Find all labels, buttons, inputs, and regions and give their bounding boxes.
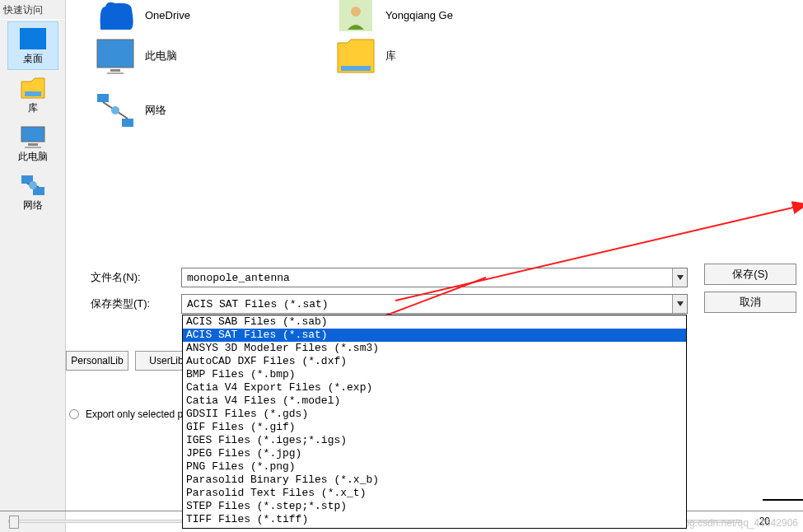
thispc-icon xyxy=(20,125,46,148)
sidebar-item-desktop[interactable]: 桌面 xyxy=(7,21,58,70)
filetype-dropdown-button[interactable] xyxy=(672,295,687,313)
filetype-option[interactable]: ACIS SAT Files (*.sat) xyxy=(183,329,686,342)
filetype-value: ACIS SAT Files (*.sat) xyxy=(182,298,672,310)
filetype-combo[interactable]: ACIS SAT Files (*.sat) ACIS SAB Files (*… xyxy=(181,294,688,314)
filetype-option[interactable]: IGES Files (*.iges;*.igs) xyxy=(183,434,686,447)
sidebar-item-network[interactable]: 网络 xyxy=(7,169,58,216)
thispc-big-icon xyxy=(94,36,137,76)
filetype-option[interactable]: JPEG Files (*.jpg) xyxy=(183,447,686,460)
chevron-down-icon xyxy=(677,275,684,280)
file-item-label: OneDrive xyxy=(145,9,190,21)
file-item-label: 库 xyxy=(385,49,396,63)
sidebar-item-thispc[interactable]: 此电脑 xyxy=(7,120,58,167)
filetype-option[interactable]: GDSII Files (*.gds) xyxy=(183,408,686,421)
slider-thumb[interactable] xyxy=(9,516,19,529)
svg-rect-11 xyxy=(97,40,133,68)
cancel-button[interactable]: 取消 xyxy=(704,292,796,313)
quick-access-sidebar: 快速访问 桌面库此电脑网络 xyxy=(0,0,66,532)
sidebar-item-label: 桌面 xyxy=(23,52,43,66)
svg-rect-16 xyxy=(122,119,133,127)
file-item-label: 网络 xyxy=(145,103,166,118)
user-icon xyxy=(334,0,377,35)
filename-input[interactable] xyxy=(182,272,672,284)
file-item-thispc-big[interactable]: 此电脑 xyxy=(94,36,177,76)
file-browser-area[interactable]: OneDriveYongqiang Ge此电脑库网络 xyxy=(66,0,803,255)
sidebar-header: 快速访问 xyxy=(0,2,65,20)
save-button[interactable]: 保存(S) xyxy=(704,264,796,285)
filetype-option[interactable]: AutoCAD DXF Files (*.dxf) xyxy=(183,355,686,368)
filetype-option[interactable]: Catia V4 Files (*.model) xyxy=(183,394,686,408)
filename-dropdown-button[interactable] xyxy=(672,268,687,287)
sidebar-item-label: 网络 xyxy=(23,198,43,212)
personallib-button[interactable]: PersonalLib xyxy=(66,351,128,371)
desktop-icon xyxy=(20,27,46,50)
sidebar-item-label: 库 xyxy=(28,101,38,115)
file-item-network-big[interactable]: 网络 xyxy=(94,91,166,130)
svg-rect-12 xyxy=(110,69,120,72)
svg-rect-3 xyxy=(28,143,38,146)
file-item-label: Yongqiang Ge xyxy=(385,9,453,21)
filetype-option[interactable]: TIFF Files (*.tiff) xyxy=(183,513,686,526)
filetype-option[interactable]: Parasolid Text Files (*.x_t) xyxy=(183,487,686,500)
dialog-bottom-border xyxy=(763,499,803,501)
svg-point-18 xyxy=(111,106,119,114)
file-item-label: 此电脑 xyxy=(145,49,177,63)
filetype-option[interactable]: Parasolid Binary Files (*.x_b) xyxy=(183,474,686,487)
filetype-dropdown-list[interactable]: ACIS SAB Files (*.sab)ACIS SAT Files (*.… xyxy=(182,315,687,529)
svg-rect-0 xyxy=(20,28,46,49)
svg-rect-1 xyxy=(25,91,41,96)
filetype-option[interactable]: STEP Files (*.step;*.stp) xyxy=(183,500,686,513)
filetype-option[interactable]: VRML Files (*.wrl) xyxy=(183,526,686,529)
export-selected-radio-indicator xyxy=(69,409,79,419)
file-item-user[interactable]: Yongqiang Ge xyxy=(334,0,453,35)
filetype-option[interactable]: Catia V4 Export Files (*.exp) xyxy=(183,381,686,394)
filetype-option[interactable]: GIF Files (*.gif) xyxy=(183,421,686,434)
network-icon xyxy=(20,174,46,197)
chevron-down-icon xyxy=(677,301,684,306)
onedrive-icon xyxy=(94,0,137,35)
filename-combo[interactable] xyxy=(181,268,688,287)
file-item-onedrive[interactable]: OneDrive xyxy=(94,0,190,35)
filetype-option[interactable]: BMP Files (*.bmp) xyxy=(183,368,686,381)
network-big-icon xyxy=(94,91,137,130)
filetype-option[interactable]: ANSYS 3D Modeler Files (*.sm3) xyxy=(183,342,686,355)
sidebar-item-library[interactable]: 库 xyxy=(7,72,58,119)
filetype-option[interactable]: ACIS SAB Files (*.sab) xyxy=(183,315,686,329)
svg-rect-4 xyxy=(25,147,41,148)
svg-rect-2 xyxy=(21,127,44,142)
library-icon xyxy=(20,77,46,100)
filetype-option[interactable]: PNG Files (*.png) xyxy=(183,460,686,474)
library-big-icon xyxy=(334,36,377,76)
svg-point-8 xyxy=(29,181,37,189)
svg-rect-14 xyxy=(341,66,371,71)
main-panel: OneDriveYongqiang Ge此电脑库网络 文件名(N): 保存类型(… xyxy=(66,0,803,532)
svg-point-10 xyxy=(351,7,361,16)
sidebar-item-label: 此电脑 xyxy=(18,150,48,164)
file-item-library-big[interactable]: 库 xyxy=(334,36,396,76)
svg-rect-15 xyxy=(97,94,109,102)
svg-rect-13 xyxy=(107,72,124,74)
filetype-label: 保存类型(T): xyxy=(91,296,181,311)
filename-label: 文件名(N): xyxy=(91,270,181,285)
